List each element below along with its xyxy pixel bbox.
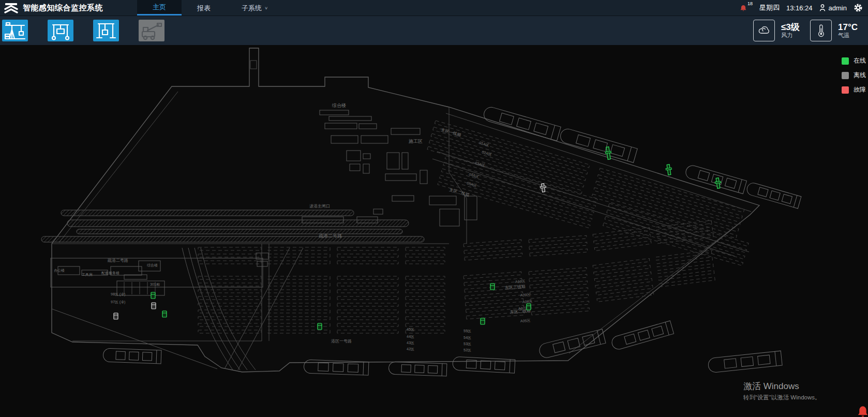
brand: 智能感知综合监控系统 — [0, 2, 103, 14]
ship-outline — [610, 321, 674, 351]
map-label: 疏港二号路 — [319, 233, 342, 239]
rmg-crane-filter-button[interactable] — [93, 20, 119, 41]
gear-icon — [854, 3, 863, 12]
truck-marker-online[interactable] — [527, 304, 531, 310]
map-label: A09区 — [520, 293, 531, 297]
nav-tabs: 主页报表子系统∨ — [137, 0, 283, 16]
settings-button[interactable] — [854, 3, 863, 12]
map-label: 45区 — [407, 327, 414, 331]
equipment-toolbar: ≤3级 风力 17°C 气温 — [0, 16, 868, 45]
map-label: A05区 — [520, 319, 531, 323]
wind-caption: 风力 — [781, 32, 804, 39]
windows-activation-watermark: 激活 Windows 转到“设置”以激活 Windows。 — [743, 381, 821, 401]
corner-alarm-icon[interactable] — [857, 405, 868, 417]
ship-outline — [103, 348, 161, 364]
map-label: 42区 — [407, 347, 414, 351]
truck-marker-offline[interactable] — [152, 303, 156, 309]
username: admin — [829, 4, 847, 12]
watermark-line1: 激活 Windows — [743, 381, 821, 392]
truck-marker-online[interactable] — [162, 311, 167, 317]
map-label: 54区 — [463, 336, 471, 339]
wind-readout: ≤3级 风力 — [781, 22, 804, 39]
truck-marker-online[interactable] — [318, 323, 322, 330]
chevron-down-icon: ∨ — [264, 2, 268, 13]
truck-marker-offline[interactable] — [114, 313, 118, 319]
map-label: 港区一号路 — [331, 339, 352, 344]
legend-swatch — [842, 86, 849, 94]
crane-marker-online[interactable] — [714, 177, 722, 188]
brand-logo-icon — [4, 2, 18, 14]
alarm-count-badge: 18 — [747, 1, 753, 6]
map-label: 53区 — [463, 342, 471, 346]
tab-home[interactable]: 主页 — [137, 0, 182, 16]
legend-label: 故障 — [854, 85, 866, 94]
tab-label: 报表 — [197, 1, 211, 16]
topbar-right: 18 星期四 13:16:24 admin — [739, 3, 868, 12]
map-label: 配套服务楼 — [101, 271, 119, 275]
temp-caption: 气温 — [838, 32, 861, 39]
legend-item: 故障 — [842, 85, 866, 94]
map-label: 52区 — [463, 348, 471, 352]
wind-value: ≤3级 — [781, 22, 804, 32]
map-label: 办公楼 — [54, 269, 65, 273]
ship-outline — [708, 351, 782, 373]
bell-icon — [739, 4, 747, 12]
rtg-crane-icon — [49, 20, 72, 41]
map-label: A10区 — [515, 279, 526, 284]
reach-stacker-icon — [140, 20, 163, 41]
user-icon — [819, 4, 826, 11]
legend-swatch — [842, 72, 849, 79]
temp-readout: 17°C 气温 — [838, 22, 861, 39]
map-label: 301厢 — [150, 282, 160, 287]
tab-subsystems[interactable]: 子系统∨ — [226, 0, 283, 16]
rmg-crane-icon — [95, 20, 117, 41]
map-label: 97区 (冷) — [111, 300, 125, 304]
truck-marker-online[interactable] — [151, 292, 155, 299]
app-root: 智能感知综合监控系统 主页报表子系统∨ 18 星期四 13:16:24 admi… — [0, 0, 868, 417]
port-map-canvas[interactable]: 综合楼施工区进港主闸口疏港二号路疏港二号路办公楼工具房配套服务楼综合楼301厢9… — [0, 45, 868, 417]
map-label: 43区 — [407, 341, 414, 345]
map-label: 综合楼 — [332, 103, 346, 108]
crane-marker-online[interactable] — [665, 164, 672, 175]
cloud-wind-icon — [756, 23, 772, 38]
alarm-bell-button[interactable]: 18 — [739, 4, 753, 12]
map-label: 98区 (冷) — [111, 292, 125, 296]
temp-value: 17°C — [838, 22, 861, 32]
map-label: 疏港二号路 — [107, 258, 128, 263]
tab-label: 子系统 — [242, 1, 262, 16]
thermometer-icon — [813, 23, 829, 38]
wind-icon-box — [753, 20, 775, 41]
tab-reports[interactable]: 报表 — [182, 0, 226, 16]
status-legend: 在线离线故障 — [842, 56, 866, 94]
legend-label: 离线 — [854, 71, 866, 80]
map-label: 施工区 — [409, 139, 423, 144]
clock: 13:16:24 — [786, 4, 813, 12]
map-label: 44区 — [407, 335, 414, 338]
legend-item: 在线 — [842, 56, 866, 65]
port-map-svg: 综合楼施工区进港主闸口疏港二号路疏港二号路办公楼工具房配套服务楼综合楼301厢9… — [0, 45, 868, 417]
temp-icon-box — [810, 20, 832, 41]
truck-marker-online[interactable] — [490, 284, 495, 290]
legend-label: 在线 — [854, 56, 866, 65]
map-label: 工具房 — [82, 273, 93, 277]
reach-stacker-filter-button[interactable] — [139, 20, 164, 41]
map-label: 综合楼 — [147, 263, 158, 267]
watermark-line2: 转到“设置”以激活 Windows。 — [743, 394, 821, 401]
ship-outline — [388, 362, 447, 376]
map-label: 进港主闸口 — [309, 204, 330, 209]
top-nav-bar: 智能感知综合监控系统 主页报表子系统∨ 18 星期四 13:16:24 admi… — [0, 0, 868, 16]
map-label: 55区 — [463, 329, 471, 333]
truck-marker-online[interactable] — [481, 318, 485, 324]
quay-crane-icon — [4, 20, 26, 41]
equipment-filter-group — [2, 20, 184, 41]
rtg-crane-filter-button[interactable] — [48, 20, 73, 41]
weather-widget: ≤3级 风力 17°C 气温 — [753, 20, 868, 41]
map-label: A08区 — [522, 300, 533, 304]
tab-label: 主页 — [153, 1, 166, 14]
legend-swatch — [842, 57, 849, 65]
legend-item: 离线 — [842, 71, 866, 80]
weekday-label: 星期四 — [759, 3, 780, 12]
user-menu[interactable]: admin — [819, 4, 847, 12]
app-title: 智能感知综合监控系统 — [23, 3, 103, 13]
quay-crane-filter-button[interactable] — [2, 20, 28, 41]
